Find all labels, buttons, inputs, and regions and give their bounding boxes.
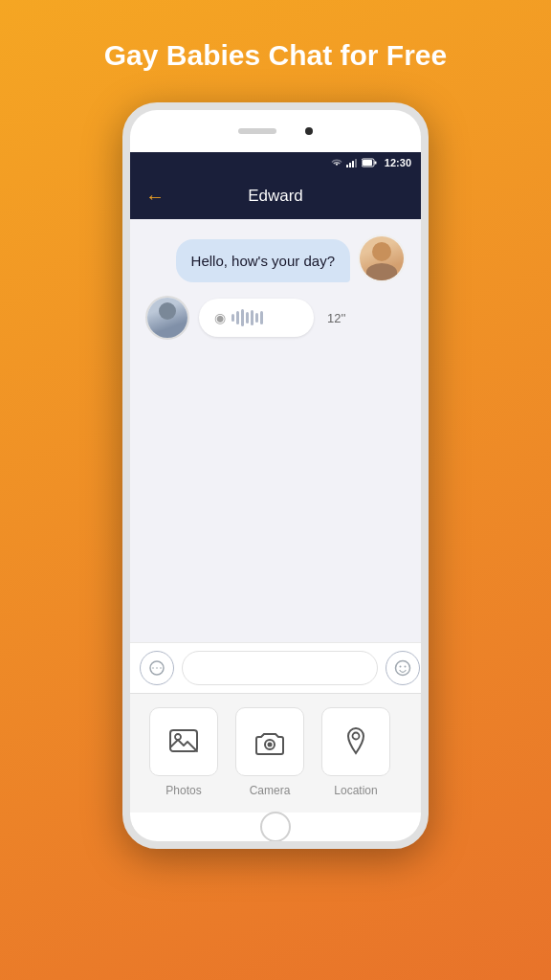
wave-bar [236, 311, 239, 324]
avatar [358, 234, 406, 282]
smiley-icon [394, 659, 411, 677]
camera-icon-box [235, 707, 304, 776]
phone-speaker [238, 128, 276, 134]
svg-point-11 [396, 661, 410, 676]
signal-icon [346, 158, 358, 167]
photos-icon [166, 724, 201, 759]
voice-duration: 12'' [327, 311, 345, 325]
wave-bar [246, 312, 249, 323]
message-row-sent: ◉ 12'' [145, 296, 406, 340]
wave-bar [255, 313, 258, 323]
photos-icon-box [149, 707, 218, 776]
svg-rect-2 [352, 161, 354, 167]
home-button[interactable] [260, 812, 291, 842]
svg-point-12 [400, 666, 402, 668]
voice-message-bubble: ◉ [199, 299, 314, 337]
back-button[interactable]: ← [145, 186, 165, 208]
media-item-camera[interactable]: Camera [231, 707, 308, 797]
chat-header: ← Edward [130, 173, 421, 219]
input-area [130, 642, 421, 693]
chat-body: Hello, how's your day? ◉ [130, 219, 421, 642]
emoji-button[interactable] [386, 651, 420, 685]
sender-avatar [145, 296, 189, 340]
svg-point-10 [160, 667, 162, 669]
svg-point-18 [175, 734, 181, 740]
media-item-photos[interactable]: Photos [145, 707, 222, 797]
status-icons [331, 158, 377, 167]
wave-bar [241, 309, 244, 326]
svg-point-9 [156, 667, 158, 669]
media-item-location[interactable]: Location [318, 707, 394, 797]
svg-point-21 [353, 733, 360, 740]
wave-bar [251, 310, 253, 325]
camera-label: Camera [250, 784, 291, 797]
avatar-image [360, 236, 404, 280]
svg-rect-5 [363, 160, 372, 166]
wave-bar [231, 314, 234, 322]
status-bar: 12:30 [130, 152, 421, 173]
voice-input-button[interactable] [140, 651, 174, 685]
microphone-icon [149, 660, 165, 676]
svg-rect-6 [374, 162, 376, 165]
voice-wave-icon: ◉ [214, 310, 226, 325]
svg-rect-3 [355, 159, 357, 167]
location-pin-icon [339, 724, 373, 759]
plus-button[interactable] [428, 651, 429, 685]
phone-camera [305, 127, 313, 135]
phone-bezel-top [130, 110, 421, 152]
svg-point-20 [268, 743, 273, 747]
battery-icon [362, 158, 377, 167]
status-time: 12:30 [385, 157, 411, 168]
photos-label: Photos [165, 784, 201, 797]
message-bubble: Hello, how's your day? [176, 239, 350, 282]
media-picker: Photos Camera Location [130, 693, 421, 813]
location-icon-box [321, 707, 390, 776]
svg-point-13 [405, 666, 407, 668]
message-row-received: Hello, how's your day? [145, 234, 406, 282]
app-title: Gay Babies Chat for Free [66, 36, 485, 74]
message-input[interactable] [182, 651, 378, 685]
svg-rect-1 [349, 163, 351, 167]
camera-icon [253, 724, 287, 759]
phone-bezel-bottom [130, 813, 421, 841]
sender-avatar-image [147, 298, 187, 338]
svg-point-8 [152, 667, 154, 669]
wifi-icon [331, 158, 342, 167]
voice-waveform [231, 308, 263, 327]
contact-name: Edward [180, 187, 371, 206]
svg-rect-0 [346, 165, 348, 167]
phone-frame: 12:30 ← Edward Hello, how's your day? ◉ [122, 102, 429, 849]
location-label: Location [334, 784, 377, 797]
wave-bar [260, 311, 263, 324]
